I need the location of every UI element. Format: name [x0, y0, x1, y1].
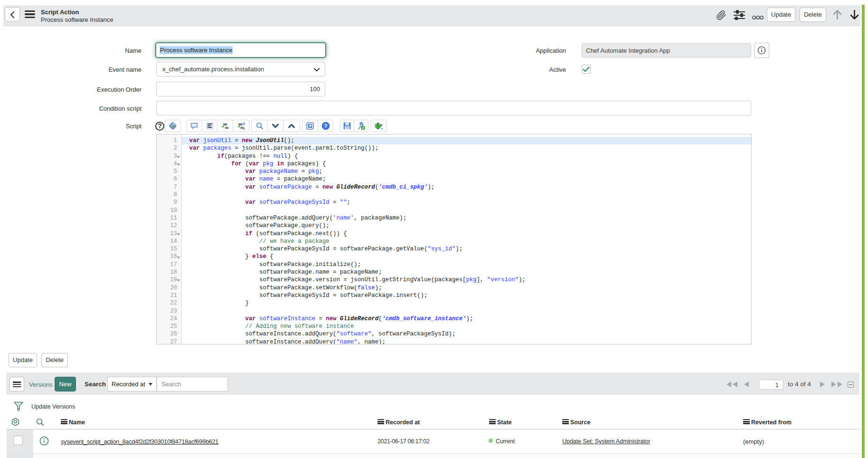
svg-text:ab: ab	[238, 123, 242, 126]
svg-text:ac: ac	[225, 126, 229, 129]
svg-text:?: ?	[324, 123, 327, 129]
svg-text:ab: ab	[223, 123, 227, 126]
svg-text:ac: ac	[240, 126, 244, 129]
